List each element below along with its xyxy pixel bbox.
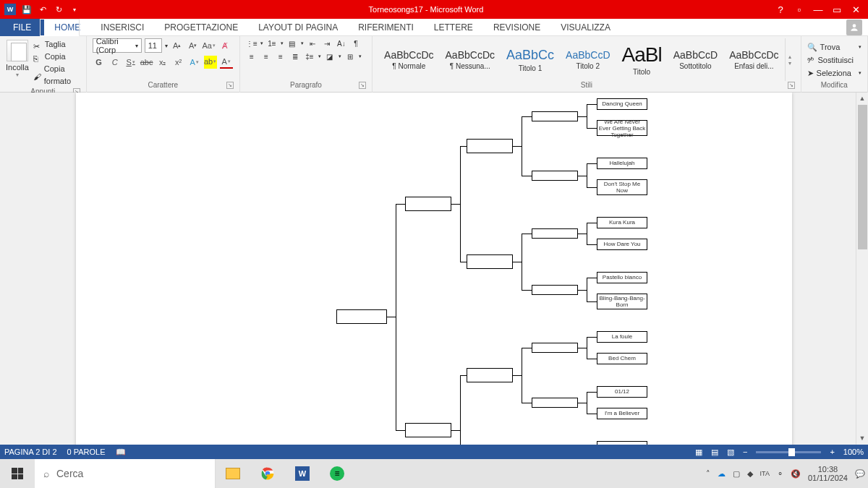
zoom-in-button[interactable]: + (830, 448, 834, 456)
shading-button[interactable]: ◪ (324, 51, 336, 61)
qat-dropdown-icon[interactable]: ▾ (69, 4, 80, 14)
title-bar: W 💾 ↶ ↻ ▾ Torneosongs17 - Microsoft Word… (0, 0, 868, 19)
decrease-indent-button[interactable]: ⇤ (307, 38, 318, 48)
chrome-icon[interactable] (250, 459, 285, 488)
style-6[interactable]: AaBbCcDcEnfasi deli... (723, 46, 784, 73)
style-1[interactable]: AaBbCcDc¶ Nessuna... (440, 46, 501, 73)
save-icon[interactable]: 💾 (22, 4, 32, 14)
format-painter-button[interactable]: 🖌Copia formato (33, 63, 80, 87)
align-center-button[interactable]: ≡ (260, 51, 272, 61)
cut-button[interactable]: ✂Taglia (33, 38, 80, 51)
bullets-button[interactable]: ⋮≡ (246, 38, 258, 48)
superscript-button[interactable]: x² (172, 56, 185, 69)
taskbar-search[interactable]: ⌕ Cerca (35, 459, 216, 488)
align-right-button[interactable]: ≡ (275, 51, 286, 61)
tab-insert[interactable]: INSERISCI (90, 19, 154, 36)
dialog-launcher-icon[interactable]: ↘ (226, 82, 234, 89)
tab-mailings[interactable]: LETTERE (424, 19, 483, 36)
volume-icon[interactable]: 🔇 (791, 469, 801, 479)
sort-button[interactable]: A↓ (336, 38, 347, 48)
onedrive-icon[interactable]: ☁ (718, 469, 726, 479)
zoom-level[interactable]: 100% (843, 448, 864, 456)
scroll-down-icon[interactable]: ▼ (856, 432, 868, 445)
close-icon[interactable]: ✕ (851, 4, 861, 14)
highlight-button[interactable]: ab (204, 56, 217, 69)
paste-button[interactable]: Incolla ▾ (6, 38, 29, 87)
bold-button[interactable]: G (93, 56, 106, 69)
tray-chevron-icon[interactable]: ˄ (706, 469, 710, 479)
undo-icon[interactable]: ↶ (38, 4, 48, 14)
scroll-up-icon[interactable]: ▲ (856, 93, 868, 105)
print-layout-icon[interactable]: ▤ (711, 448, 718, 457)
spotify-icon[interactable]: ≡ (320, 459, 354, 488)
underline-button[interactable]: S (124, 56, 137, 69)
word-count[interactable]: 0 PAROLE (67, 448, 106, 456)
font-color-button[interactable]: A (220, 56, 233, 69)
strikethrough-button[interactable]: abc (140, 56, 153, 69)
account-avatar[interactable] (846, 20, 862, 35)
tab-view[interactable]: VISUALIZZA (550, 19, 621, 36)
bracket-slot (467, 139, 513, 153)
borders-button[interactable]: ⊞ (344, 51, 356, 61)
web-layout-icon[interactable]: ▧ (727, 448, 734, 457)
shrink-font-button[interactable]: A▾ (187, 39, 200, 52)
zoom-out-button[interactable]: − (743, 448, 747, 456)
tray-app-icon[interactable]: ◆ (747, 469, 753, 479)
clock[interactable]: 10:38 01/11/2024 (808, 465, 848, 482)
minimize-icon[interactable]: — (813, 4, 823, 14)
document-area[interactable]: Dancing QueenWe Are Never Ever Getting B… (0, 93, 856, 445)
language-indicator[interactable]: ITA (760, 470, 770, 477)
meet-now-icon[interactable]: ▢ (733, 469, 740, 479)
numbering-button[interactable]: 1≡ (266, 38, 278, 48)
find-button[interactable]: 🔍Trova▾ (807, 40, 861, 53)
style-2[interactable]: AaBbCcTitolo 1 (501, 45, 560, 75)
increase-indent-button[interactable]: ⇥ (321, 38, 333, 48)
help-icon[interactable]: ? (775, 4, 786, 14)
group-label-font: Carattere↘ (93, 81, 234, 90)
justify-button[interactable]: ≣ (289, 51, 301, 61)
start-button[interactable] (0, 459, 35, 488)
grow-font-button[interactable]: A▴ (171, 39, 184, 52)
bracket-entry: We Are Never Ever Getting Back Together (597, 120, 647, 136)
show-marks-button[interactable]: ¶ (350, 38, 362, 48)
zoom-slider[interactable] (756, 451, 821, 453)
style-5[interactable]: AaBbCcDSottotitolo (668, 46, 723, 73)
bracket-slot (532, 398, 578, 408)
font-size-input[interactable]: 11 (145, 38, 162, 53)
notifications-icon[interactable]: 💬 (855, 469, 865, 479)
align-left-button[interactable]: ≡ (246, 51, 258, 61)
font-name-input[interactable]: Calibri (Corp▾ (93, 38, 142, 53)
change-case-button[interactable]: Aa (203, 39, 216, 52)
subscript-button[interactable]: x₂ (156, 56, 169, 69)
bracket-entry: Hallelujah (597, 158, 647, 169)
ribbon-options-icon[interactable]: ▫ (794, 4, 804, 14)
select-button[interactable]: ➤Seleziona▾ (807, 67, 861, 80)
proofing-icon[interactable]: 📖 (116, 448, 126, 457)
tab-references[interactable]: RIFERIMENTI (348, 19, 424, 36)
line-spacing-button[interactable]: ‡≡ (304, 51, 315, 61)
style-0[interactable]: AaBbCcDc¶ Normale (378, 46, 439, 73)
read-mode-icon[interactable]: ▦ (695, 448, 702, 457)
clear-formatting-button[interactable]: A̸ (218, 39, 231, 52)
tab-file[interactable]: FILE (0, 19, 44, 36)
style-4[interactable]: AaBlTitolo (616, 40, 668, 79)
tab-review[interactable]: REVISIONE (483, 19, 550, 36)
page-indicator[interactable]: PAGINA 2 DI 2 (4, 448, 57, 456)
dialog-launcher-icon[interactable]: ↘ (359, 82, 366, 89)
tab-layout[interactable]: LAYOUT DI PAGINA (248, 19, 348, 36)
file-explorer-icon[interactable] (216, 459, 250, 488)
multilevel-button[interactable]: ▤ (286, 38, 298, 48)
text-effects-button[interactable]: A (188, 56, 201, 69)
word-taskbar-icon[interactable]: W (285, 459, 320, 488)
vertical-scrollbar[interactable]: ▲ ▼ (856, 93, 868, 445)
wifi-icon[interactable]: ⚬ (777, 469, 783, 479)
maximize-icon[interactable]: ▭ (832, 4, 842, 14)
styles-more-button[interactable]: ▴▾ (785, 38, 795, 81)
redo-icon[interactable]: ↻ (54, 4, 64, 14)
dialog-launcher-icon[interactable]: ↘ (788, 82, 795, 89)
tab-design[interactable]: PROGETTAZIONE (154, 19, 248, 36)
italic-button[interactable]: C (109, 56, 122, 69)
copy-button[interactable]: ⎘Copia (33, 51, 80, 63)
style-3[interactable]: AaBbCcDTitolo 2 (560, 46, 616, 73)
replace-button[interactable]: ᵃ⁄ᵇSostituisci (807, 53, 861, 67)
